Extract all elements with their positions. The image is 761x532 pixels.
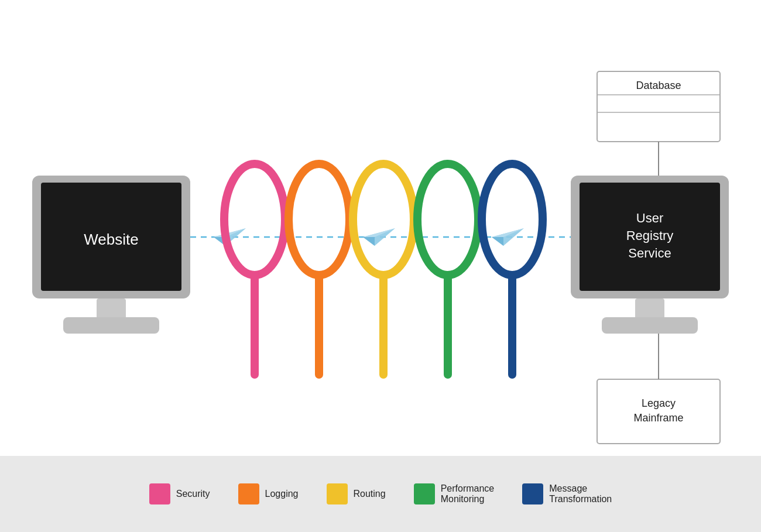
mainframe-label-2: Mainframe bbox=[633, 412, 683, 424]
svg-rect-12 bbox=[597, 379, 720, 444]
service-label-3: Service bbox=[628, 246, 671, 260]
page-title bbox=[0, 0, 761, 22]
website-label: Website bbox=[84, 231, 138, 248]
svg-point-28 bbox=[353, 164, 414, 275]
legend-item-security: Security bbox=[149, 483, 210, 504]
svg-marker-20 bbox=[363, 237, 375, 246]
legend-label-message: Message Transformation bbox=[549, 483, 612, 504]
legend-label-performance: Performance Monitoring bbox=[441, 483, 495, 504]
legend-item-message: Message Transformation bbox=[522, 483, 612, 504]
legend-color-performance bbox=[414, 483, 435, 504]
legend-item-routing: Routing bbox=[327, 483, 386, 504]
legend-color-routing bbox=[327, 483, 348, 504]
svg-marker-23 bbox=[492, 237, 503, 246]
legend-label-logging: Logging bbox=[265, 489, 299, 499]
legend-label-security: Security bbox=[176, 489, 210, 499]
database-label: Database bbox=[636, 80, 681, 91]
legend-color-security bbox=[149, 483, 170, 504]
diagram-area: Website User Registry Service Database L… bbox=[0, 47, 761, 468]
svg-point-32 bbox=[482, 164, 543, 275]
legend-item-logging: Logging bbox=[238, 483, 299, 504]
svg-point-24 bbox=[224, 164, 285, 275]
svg-point-26 bbox=[289, 164, 349, 275]
service-label-2: Registry bbox=[626, 228, 674, 243]
legend-color-message bbox=[522, 483, 543, 504]
legend-item-performance: Performance Monitoring bbox=[414, 483, 495, 504]
legend-label-routing: Routing bbox=[354, 489, 386, 499]
mainframe-label-1: Legacy bbox=[642, 397, 676, 409]
svg-rect-3 bbox=[63, 317, 159, 334]
svg-point-30 bbox=[417, 164, 478, 275]
legend-color-logging bbox=[238, 483, 259, 504]
legend-bar: SecurityLoggingRoutingPerformance Monito… bbox=[0, 456, 761, 532]
svg-rect-7 bbox=[602, 317, 698, 334]
service-label-1: User bbox=[636, 211, 663, 225]
